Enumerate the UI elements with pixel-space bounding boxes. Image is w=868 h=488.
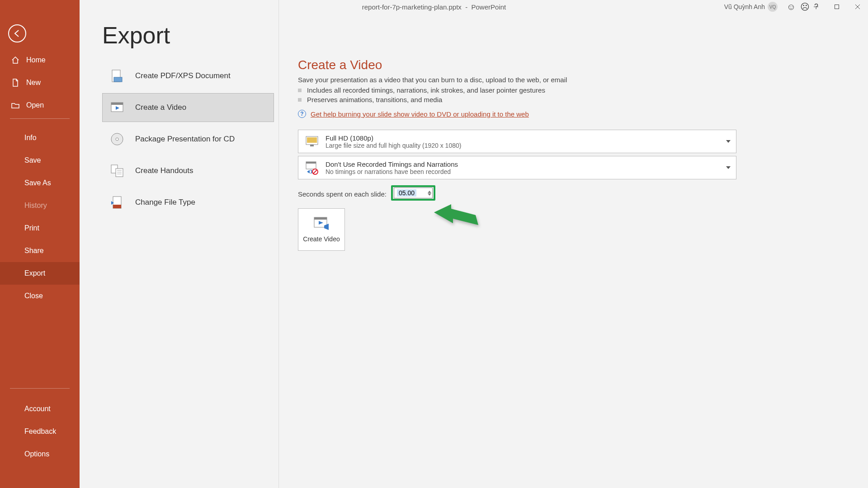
title-bar: report-for-7p-marketing-plan.pptx - Powe…: [0, 0, 868, 14]
sidebar-item-label: Export: [24, 269, 45, 277]
export-option-video[interactable]: Create a Video: [102, 93, 274, 122]
sidebar-item-label: Share: [24, 247, 44, 255]
window-close-button[interactable]: [847, 0, 868, 14]
export-option-label: Create a Video: [135, 103, 186, 112]
sidebar-item-save[interactable]: Save: [0, 149, 80, 172]
create-video-icon: [312, 216, 330, 232]
create-video-button[interactable]: Create Video: [298, 208, 345, 251]
svg-rect-38: [314, 217, 327, 220]
svg-rect-24: [116, 169, 123, 177]
sidebar-item-label: Save: [24, 156, 41, 164]
export-option-label: Create Handouts: [135, 166, 193, 175]
dropdown-subtitle: Large file size and full high quality (1…: [326, 142, 461, 149]
export-options-column: Export Create PDF/XPS Document Create a …: [80, 0, 278, 488]
chevron-down-icon: [726, 140, 731, 143]
folder-open-icon: [11, 101, 20, 110]
sidebar-item-save-as[interactable]: Save As: [0, 172, 80, 194]
sidebar-item-feedback[interactable]: Feedback: [0, 420, 80, 443]
export-option-label: Change File Type: [135, 198, 195, 207]
sidebar-separator: [10, 388, 70, 389]
spinner-down-icon[interactable]: [428, 193, 431, 196]
sidebar-item-label: Print: [24, 224, 39, 232]
sidebar-item-info[interactable]: Info: [0, 127, 80, 149]
create-video-label: Create Video: [303, 235, 340, 243]
svg-rect-31: [307, 137, 317, 143]
video-icon: [109, 99, 125, 116]
dropdown-subtitle: No timings or narrations have been recor…: [326, 168, 458, 175]
sidebar-item-open[interactable]: Open: [0, 94, 80, 117]
pdf-icon: [109, 68, 125, 84]
home-icon: [11, 56, 20, 65]
sidebar-item-share[interactable]: Share: [0, 239, 80, 262]
svg-rect-19: [111, 103, 123, 105]
spinner-up-icon[interactable]: [428, 191, 431, 193]
sidebar-item-label: Info: [24, 134, 37, 142]
svg-rect-17: [114, 77, 122, 82]
export-option-cd[interactable]: Package Presentation for CD: [102, 125, 274, 154]
user-account-area[interactable]: Vũ Quỳnh Anh VQ: [724, 0, 778, 14]
export-option-label: Create PDF/XPS Document: [135, 71, 231, 80]
window-minimize-button[interactable]: [806, 0, 826, 14]
sidebar-item-label: Close: [24, 292, 43, 300]
sidebar-item-export[interactable]: Export: [0, 262, 80, 285]
backstage-sidebar: Home New Open Info Save Save As History …: [0, 0, 80, 488]
feedback-smile-icon[interactable]: ☺: [787, 2, 796, 12]
sidebar-item-label: Open: [26, 101, 44, 109]
window-maximize-button[interactable]: [826, 0, 847, 14]
export-option-pdf[interactable]: Create PDF/XPS Document: [102, 61, 274, 90]
cd-icon: [109, 131, 125, 147]
sidebar-item-label: History: [24, 202, 47, 210]
sidebar-item-print[interactable]: Print: [0, 217, 80, 239]
svg-marker-40: [434, 204, 478, 225]
page-title: Export: [102, 22, 170, 49]
export-option-label: Package Presentation for CD: [135, 135, 235, 144]
sidebar-separator: [10, 118, 70, 119]
seconds-per-slide-spinner[interactable]: 05.00: [394, 188, 433, 198]
monitor-icon: [303, 132, 321, 150]
svg-rect-32: [310, 145, 314, 146]
seconds-label: Seconds spent on each slide:: [298, 190, 387, 198]
help-link[interactable]: Get help burning your slide show video t…: [311, 110, 529, 118]
export-option-handouts[interactable]: Create Handouts: [102, 156, 274, 185]
avatar: VQ: [768, 2, 778, 12]
sidebar-item-home[interactable]: Home: [0, 49, 80, 71]
video-quality-dropdown[interactable]: Full HD (1080p) Large file size and full…: [298, 130, 736, 153]
user-name-label: Vũ Quỳnh Anh: [724, 3, 765, 10]
annotation-arrow-icon: [434, 203, 479, 235]
sidebar-item-account[interactable]: Account: [0, 398, 80, 420]
sidebar-item-label: Feedback: [24, 427, 56, 436]
seconds-value: 05.00: [397, 189, 416, 197]
sidebar-item-label: Options: [24, 450, 49, 458]
handout-icon: [109, 163, 125, 179]
pane-description: Save your presentation as a video that y…: [298, 76, 832, 84]
filetype-icon: [109, 194, 125, 211]
pane-bullet: Includes all recorded timings, narration…: [298, 86, 832, 94]
svg-rect-13: [835, 5, 839, 9]
sidebar-item-label: New: [26, 79, 41, 87]
svg-rect-29: [113, 205, 121, 208]
timings-dropdown[interactable]: Don't Use Recorded Timings and Narration…: [298, 156, 736, 179]
narration-icon: [303, 159, 321, 177]
sidebar-item-close[interactable]: Close: [0, 285, 80, 307]
pane-heading: Create a Video: [298, 58, 832, 72]
export-option-filetype[interactable]: Change File Type: [102, 188, 274, 217]
sidebar-item-label: Home: [26, 56, 46, 64]
new-doc-icon: [11, 78, 20, 87]
svg-point-22: [116, 138, 118, 141]
sidebar-item-label: Account: [24, 405, 51, 413]
sidebar-item-label: Save As: [24, 179, 51, 187]
window-title: report-for-7p-marketing-plan.pptx - Powe…: [362, 3, 506, 11]
back-button[interactable]: [8, 24, 26, 42]
dropdown-title: Don't Use Recorded Timings and Narration…: [326, 160, 458, 168]
dropdown-title: Full HD (1080p): [326, 134, 461, 142]
svg-line-36: [313, 170, 317, 174]
create-video-pane: Create a Video Save your presentation as…: [278, 0, 868, 488]
sidebar-item-new[interactable]: New: [0, 71, 80, 94]
help-info-icon: ?: [298, 110, 306, 118]
svg-rect-34: [306, 162, 316, 164]
pane-bullet: Preserves animations, transitions, and m…: [298, 96, 832, 103]
sidebar-item-options[interactable]: Options: [0, 443, 80, 465]
sidebar-item-history: History: [0, 194, 80, 217]
chevron-down-icon: [726, 166, 731, 169]
